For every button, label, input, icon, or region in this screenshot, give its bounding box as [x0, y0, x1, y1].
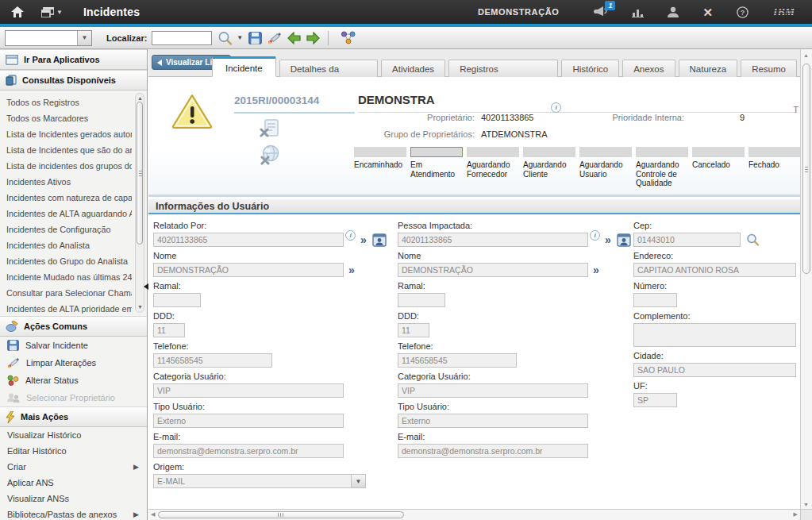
field-input[interactable]	[398, 323, 429, 337]
field-input[interactable]	[153, 414, 344, 428]
tab[interactable]: Registros Relacionados	[448, 60, 558, 77]
field-input[interactable]	[153, 444, 344, 458]
field-input[interactable]	[398, 353, 517, 368]
field-input[interactable]	[153, 383, 344, 398]
horizontal-scrollbar[interactable]: ◀ ▶	[148, 509, 800, 520]
query-item[interactable]: Lista de incidentes dos grupos do an...	[0, 158, 132, 174]
field-input[interactable]	[153, 293, 201, 307]
tab[interactable]: Resumo	[741, 60, 797, 77]
search-icon[interactable]	[217, 31, 233, 45]
sidebar-header-goto[interactable]: Ir Para Aplicativos	[0, 49, 147, 70]
detail-menu-icon[interactable]: »	[605, 234, 611, 245]
scroll-down-icon[interactable]: ▼	[137, 304, 143, 310]
scroll-left-icon[interactable]: ◀	[151, 511, 155, 518]
field-input[interactable]	[633, 323, 796, 347]
next-record-icon[interactable]	[306, 32, 320, 44]
info-icon[interactable]: i	[345, 230, 356, 241]
sidebar-scrollbar-thumb[interactable]	[137, 102, 143, 245]
field-input[interactable]	[398, 263, 588, 277]
announcements-icon[interactable]: 1	[594, 6, 608, 17]
query-item[interactable]: Consultar para Selecionar Chamado...	[0, 285, 132, 301]
action-change-status[interactable]: Alterar Status	[0, 372, 147, 389]
detail-menu-icon[interactable]: »	[593, 264, 599, 275]
sidebar-header-more-actions[interactable]: Mais Ações	[0, 406, 147, 427]
query-item[interactable]: Incidentes de ALTA prioridade em AT	[0, 301, 132, 316]
person-card-icon[interactable]	[372, 233, 387, 247]
tab[interactable]: Anexos	[622, 60, 675, 77]
query-item[interactable]: Incidentes de ALTA aguardando Anál...	[0, 206, 132, 221]
field-input[interactable]	[153, 263, 344, 277]
horizontal-scrollbar-thumb[interactable]	[158, 511, 404, 518]
action-attachment-library[interactable]: Biblioteca/Pastas de anexos▶	[0, 507, 147, 520]
action-save-incident[interactable]: Salvar Incidente	[0, 337, 147, 354]
field-input[interactable]	[153, 323, 185, 337]
field-input[interactable]	[633, 233, 741, 247]
field-input[interactable]	[633, 263, 796, 277]
action-edit-history[interactable]: Editar Histórico	[0, 443, 147, 459]
magnifier-icon[interactable]	[746, 233, 760, 246]
sidebar-scrollbar[interactable]: ▲ ▼	[135, 93, 144, 313]
status-step-label: Aguardando Controle de Qualidade	[636, 160, 688, 188]
vertical-scrollbar-thumb[interactable]	[802, 64, 810, 274]
reports-icon[interactable]	[632, 7, 644, 17]
query-item[interactable]: Lista de Incidentes que são do analist..…	[0, 142, 132, 158]
scroll-up-icon[interactable]: ▲	[803, 52, 809, 58]
field-input[interactable]	[398, 444, 588, 458]
query-item[interactable]: Incidentes Ativos	[0, 174, 132, 190]
query-item[interactable]: Todos os Registros	[0, 94, 132, 110]
query-item[interactable]: Incidentes com natureza de capacidade	[0, 190, 132, 206]
field-input[interactable]	[398, 233, 588, 247]
field-input[interactable]	[633, 363, 796, 377]
vertical-scrollbar[interactable]: ▲ ▼	[800, 49, 812, 509]
scroll-right-icon[interactable]: ▶	[794, 511, 798, 518]
action-clear-changes[interactable]: Limpar Alterações	[0, 354, 147, 372]
info-icon[interactable]: i	[551, 102, 561, 113]
tab[interactable]: Atividades	[381, 60, 445, 77]
common-actions-icon	[6, 321, 18, 332]
query-item[interactable]: Incidente Mudado nas últimas 24 horas	[0, 269, 132, 285]
field-input[interactable]	[633, 393, 677, 407]
record-select-dropdown[interactable]: ▼	[5, 30, 92, 46]
query-item[interactable]: Lista de Incidentes gerados automatic...	[0, 126, 132, 142]
query-item[interactable]: Incidentes do Grupo do Analista	[0, 253, 132, 269]
query-item[interactable]: Incidentes do Analista	[0, 237, 132, 253]
sidebar-header-common-actions[interactable]: Ações Comuns	[0, 316, 147, 337]
tab[interactable]: Incidente	[212, 56, 276, 77]
field-input[interactable]	[153, 233, 344, 247]
tab[interactable]: Detalhes da Solução	[279, 60, 378, 77]
field-input[interactable]	[398, 383, 588, 398]
field-input[interactable]	[153, 474, 352, 488]
app-switcher-icon[interactable]: ▼	[41, 7, 63, 17]
save-icon[interactable]	[248, 32, 262, 44]
query-item[interactable]: Incidentes de Configuração	[0, 221, 132, 237]
home-icon[interactable]	[11, 6, 24, 17]
sidebar-header-queries[interactable]: Consultas Disponíveis	[0, 70, 147, 91]
field-input[interactable]	[398, 414, 588, 428]
field-input[interactable]	[633, 293, 677, 307]
workflow-icon[interactable]	[341, 31, 356, 44]
field-input[interactable]	[153, 353, 272, 368]
tab[interactable]: Histórico	[561, 60, 619, 77]
tab[interactable]: Natureza	[679, 60, 738, 77]
signout-icon[interactable]: ✕	[702, 6, 713, 18]
profile-icon[interactable]	[668, 6, 679, 17]
info-icon[interactable]: i	[590, 230, 600, 241]
detail-menu-icon[interactable]: »	[360, 234, 367, 245]
action-view-slas[interactable]: Visualizar ANSs	[0, 491, 147, 507]
scroll-up-icon[interactable]: ▲	[137, 95, 143, 102]
action-create[interactable]: Criar▶	[0, 459, 147, 475]
help-icon[interactable]: ?	[737, 6, 749, 18]
action-apply-sla[interactable]: Aplicar ANS	[0, 475, 147, 491]
search-options-caret[interactable]: ▼	[237, 34, 243, 41]
user-name: DEMONSTRAÇÃO	[478, 7, 560, 17]
field-input[interactable]	[398, 293, 445, 307]
previous-record-icon[interactable]	[287, 32, 301, 44]
detail-menu-icon[interactable]: »	[348, 264, 355, 275]
dropdown-arrow-icon[interactable]: ▼	[352, 474, 366, 488]
find-input[interactable]	[152, 31, 212, 45]
query-item[interactable]: Todos os Marcadores	[0, 110, 132, 126]
scroll-down-icon[interactable]: ▼	[803, 502, 809, 507]
action-view-history[interactable]: Visualizar Histórico	[0, 427, 147, 443]
clear-changes-icon[interactable]	[267, 32, 282, 44]
person-card-icon[interactable]	[617, 233, 631, 247]
